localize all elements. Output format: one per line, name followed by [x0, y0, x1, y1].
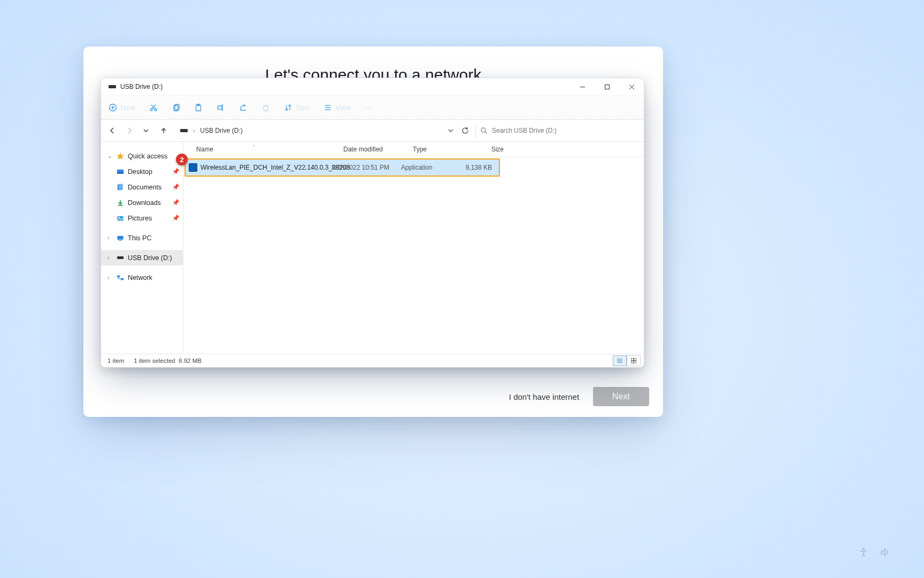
navpane-usb-drive[interactable]: › USB Drive (D:) — [101, 250, 183, 265]
label: Network — [128, 274, 152, 282]
svg-rect-40 — [117, 235, 123, 239]
status-item-count: 1 item — [107, 358, 124, 364]
forward-button[interactable] — [126, 127, 133, 134]
titlebar[interactable]: USB Drive (D:) — [101, 78, 644, 96]
share-icon — [239, 103, 248, 112]
breadcrumb-item[interactable]: USB Drive (D:) — [200, 127, 242, 134]
svg-rect-35 — [119, 184, 123, 189]
view-button[interactable]: View — [324, 103, 351, 112]
svg-rect-42 — [117, 275, 120, 277]
file-row[interactable]: WirelessLan_PIE_DCH_Intel_Z_V22.140.0.3_… — [184, 158, 500, 177]
refresh-button[interactable] — [461, 127, 469, 134]
no-internet-link[interactable]: I don't have internet — [506, 392, 582, 402]
window-title: USB Drive (D:) — [120, 83, 163, 90]
desktop-icon — [116, 168, 125, 176]
label: Quick access — [128, 153, 167, 160]
address-dropdown-button[interactable] — [448, 127, 454, 134]
column-headers[interactable]: Name˄ Date modified Type Size — [183, 142, 644, 157]
chevron-right-icon: › — [107, 255, 113, 261]
minimize-button[interactable] — [570, 78, 595, 95]
svg-point-29 — [481, 128, 486, 132]
breadcrumb[interactable]: › USB Drive (D:) — [176, 123, 445, 138]
usb-drive-icon — [180, 129, 188, 132]
file-type: Application — [401, 164, 459, 171]
file-list: 2 Name˄ Date modified Type Size Wireless… — [183, 142, 644, 354]
pin-icon: 📌 — [172, 199, 180, 206]
label: USB Drive (D:) — [128, 254, 172, 262]
paste-button[interactable] — [194, 103, 203, 112]
clipboard-icon — [194, 103, 203, 112]
chevron-right-icon: › — [107, 275, 113, 280]
usb-drive-icon — [109, 85, 116, 88]
systray — [858, 546, 891, 558]
svg-line-30 — [485, 132, 487, 134]
col-size[interactable]: Size — [471, 146, 504, 153]
svg-rect-20 — [264, 106, 268, 111]
back-button[interactable] — [109, 127, 116, 134]
chevron-down-icon: ⌄ — [107, 153, 113, 159]
application-icon — [189, 163, 197, 172]
svg-rect-49 — [632, 361, 634, 363]
svg-rect-2 — [605, 85, 609, 89]
col-date[interactable]: Date modified — [343, 146, 413, 153]
next-button[interactable]: Next — [593, 387, 649, 406]
plus-circle-icon — [109, 103, 117, 112]
svg-point-8 — [150, 109, 152, 111]
svg-point-9 — [155, 109, 157, 111]
share-button[interactable] — [239, 103, 248, 112]
details-view-button[interactable] — [613, 355, 627, 366]
label: This PC — [128, 234, 151, 242]
close-button[interactable] — [619, 78, 644, 95]
downloads-icon — [116, 199, 125, 207]
navpane-network[interactable]: › Network — [101, 270, 183, 285]
file-date: 8/28/2022 10:51 PM — [332, 164, 401, 171]
rename-icon — [217, 103, 225, 112]
navpane-this-pc[interactable]: › This PC — [101, 230, 183, 246]
cut-button[interactable] — [149, 103, 158, 112]
search-box[interactable]: Search USB Drive (D:) — [475, 123, 641, 138]
col-type[interactable]: Type — [413, 146, 471, 153]
new-button[interactable]: New — [109, 103, 135, 112]
status-selected-count: 1 item selected — [134, 358, 175, 364]
accessibility-icon[interactable] — [858, 546, 869, 558]
volume-icon[interactable] — [879, 546, 891, 558]
file-size: 9,138 KB — [459, 164, 492, 171]
svg-rect-41 — [119, 240, 121, 240]
view-icon — [324, 103, 332, 112]
svg-rect-33 — [117, 172, 124, 173]
view-label: View — [335, 103, 351, 112]
label: Downloads — [128, 199, 161, 207]
chevron-right-icon: › — [193, 128, 195, 134]
network-icon — [116, 273, 125, 282]
copy-button[interactable] — [172, 103, 180, 112]
pictures-icon — [116, 214, 125, 223]
recent-locations-button[interactable] — [143, 127, 150, 134]
sort-ascending-icon: ˄ — [253, 144, 256, 150]
up-button[interactable] — [160, 127, 167, 134]
documents-icon — [116, 183, 125, 192]
pin-icon: 📌 — [172, 184, 180, 191]
status-selected-size: 8.92 MB — [179, 358, 202, 364]
usb-drive-icon — [116, 254, 125, 262]
delete-button[interactable] — [261, 103, 270, 112]
svg-point-39 — [118, 217, 119, 218]
navpane-downloads[interactable]: Downloads 📌 — [101, 195, 183, 210]
col-name[interactable]: Name — [196, 146, 213, 153]
chevron-right-icon: › — [107, 235, 113, 241]
rename-button[interactable] — [217, 103, 225, 112]
svg-point-0 — [863, 549, 864, 550]
pin-icon: 📌 — [172, 215, 180, 222]
svg-marker-31 — [117, 153, 124, 159]
navpane-desktop[interactable]: Desktop 📌 — [101, 164, 183, 179]
maximize-button[interactable] — [595, 78, 619, 95]
explorer-window: USB Drive (D:) New — [101, 78, 644, 368]
more-button[interactable]: ··· — [365, 103, 372, 112]
svg-rect-47 — [632, 359, 634, 361]
navpane-quick-access[interactable]: ⌄ Quick access — [101, 148, 183, 164]
scissors-icon — [149, 103, 158, 112]
sort-button[interactable]: Sort — [284, 103, 310, 112]
thumbnails-view-button[interactable] — [627, 355, 641, 366]
navpane-pictures[interactable]: Pictures 📌 — [101, 210, 183, 226]
more-label: ··· — [365, 103, 372, 112]
navpane-documents[interactable]: Documents 📌 — [101, 179, 183, 195]
